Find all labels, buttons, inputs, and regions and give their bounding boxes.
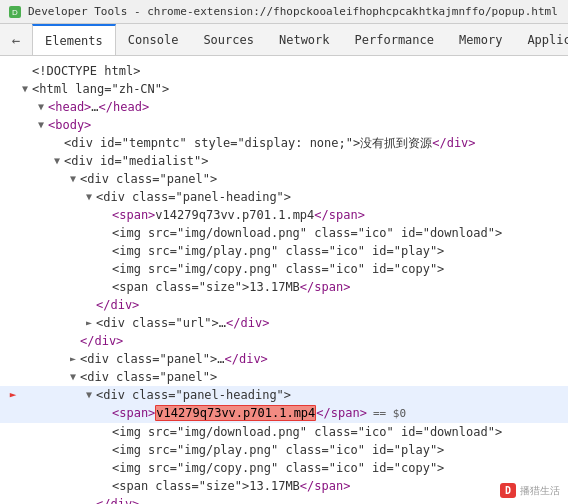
tag-text: <span>	[112, 406, 155, 420]
code-line[interactable]: </div>	[0, 332, 568, 350]
code-line[interactable]: <div class="panel">…</div>	[0, 350, 568, 368]
code-line[interactable]: <span>v14279q73vv.p701.1.mp4</span>== $0	[0, 404, 568, 423]
code-line[interactable]: <div id="medialist">	[0, 152, 568, 170]
code-line[interactable]: </div>	[0, 296, 568, 314]
code-text: <div class="panel">	[80, 369, 217, 385]
line-content: <div class="panel">…</div>	[22, 351, 268, 367]
tab-sources[interactable]: Sources	[191, 24, 267, 55]
tab-performance[interactable]: Performance	[343, 24, 447, 55]
code-line[interactable]: <img src="img/copy.png" class="ico" id="…	[0, 459, 568, 477]
logo-text: 播猎生活	[520, 484, 560, 498]
line-content: <span>v14279q73vv.p701.1.mp4</span>	[22, 207, 365, 223]
line-content: <div class="panel-heading">	[22, 189, 291, 205]
dollar-zero-badge: == $0	[373, 407, 406, 420]
highlighted-text: v14279q73vv.p701.1.mp4	[155, 405, 316, 421]
code-text: <div id="tempntc" style="display: none;"…	[64, 135, 476, 151]
code-text: </div>	[96, 496, 139, 504]
code-text: <img src="img/play.png" class="ico" id="…	[112, 442, 444, 458]
line-content: <img src="img/play.png" class="ico" id="…	[22, 442, 444, 458]
line-content: <img src="img/play.png" class="ico" id="…	[22, 243, 444, 259]
devtools-icon: D	[8, 5, 22, 19]
code-line[interactable]: <body>	[0, 116, 568, 134]
expand-triangle[interactable]	[38, 117, 48, 133]
code-panel[interactable]: <!DOCTYPE html><html lang="zh-CN"><head>…	[0, 56, 568, 504]
tab-memory[interactable]: Memory	[447, 24, 515, 55]
code-text: <div class="panel">	[80, 171, 217, 187]
nav-buttons: ←	[0, 24, 32, 55]
tag-text: </span>	[316, 406, 367, 420]
line-content: <div class="url">…</div>	[22, 315, 269, 331]
arrow-indicator: ►	[10, 387, 17, 403]
line-content: <div class="panel">	[22, 171, 217, 187]
tab-elements[interactable]: Elements	[32, 24, 116, 55]
code-text: <head>…</head>	[48, 99, 149, 115]
code-line[interactable]: <img src="img/play.png" class="ico" id="…	[0, 441, 568, 459]
expand-triangle[interactable]	[86, 315, 96, 331]
code-line[interactable]: <div id="tempntc" style="display: none;"…	[0, 134, 568, 152]
line-content: <span class="size">13.17MB</span>	[22, 478, 350, 494]
code-text: <img src="img/download.png" class="ico" …	[112, 225, 502, 241]
code-text: <div id="medialist">	[64, 153, 209, 169]
line-content: <img src="img/copy.png" class="ico" id="…	[22, 261, 444, 277]
code-text: </div>	[80, 333, 123, 349]
code-line[interactable]: <span class="size">13.17MB</span>	[0, 278, 568, 296]
code-text: <span class="size">13.17MB</span>	[112, 478, 350, 494]
code-line[interactable]: <img src="img/download.png" class="ico" …	[0, 224, 568, 242]
line-content: <img src="img/download.png" class="ico" …	[22, 225, 502, 241]
code-line[interactable]: <div class="url">…</div>	[0, 314, 568, 332]
code-text: <!DOCTYPE html>	[32, 63, 140, 79]
line-content: </div>	[22, 297, 139, 313]
line-content: </div>	[22, 333, 123, 349]
tab-network[interactable]: Network	[267, 24, 343, 55]
svg-text:D: D	[12, 8, 18, 17]
line-content: <img src="img/download.png" class="ico" …	[22, 424, 502, 440]
code-line[interactable]: <span>v14279q73vv.p701.1.mp4</span>	[0, 206, 568, 224]
code-text: <img src="img/copy.png" class="ico" id="…	[112, 261, 444, 277]
line-content: <head>…</head>	[22, 99, 149, 115]
expand-triangle[interactable]	[70, 171, 80, 187]
expand-triangle[interactable]	[70, 369, 80, 385]
code-line[interactable]: <html lang="zh-CN">	[0, 80, 568, 98]
code-line[interactable]: <img src="img/copy.png" class="ico" id="…	[0, 260, 568, 278]
bottom-logo: D播猎生活	[500, 483, 560, 498]
code-line[interactable]: </div>	[0, 495, 568, 504]
tab-application[interactable]: Application	[515, 24, 568, 55]
line-content: <span>v14279q73vv.p701.1.mp4</span>== $0	[22, 405, 406, 422]
expand-triangle[interactable]	[86, 189, 96, 205]
expand-triangle[interactable]	[54, 153, 64, 169]
line-content: <body>	[22, 117, 91, 133]
code-text: <img src="img/play.png" class="ico" id="…	[112, 243, 444, 259]
line-content: <div class="panel">	[22, 369, 217, 385]
code-text: <body>	[48, 117, 91, 133]
code-text: </div>	[96, 297, 139, 313]
code-text: <html lang="zh-CN">	[32, 81, 169, 97]
expand-triangle[interactable]	[86, 387, 96, 403]
code-line[interactable]: ►<div class="panel-heading">	[0, 386, 568, 404]
code-line[interactable]: <div class="panel">	[0, 368, 568, 386]
code-line[interactable]: <div class="panel-heading">	[0, 188, 568, 206]
code-line[interactable]: <head>…</head>	[0, 98, 568, 116]
title-text: Developer Tools - chrome-extension://fho…	[28, 5, 558, 18]
code-text: <div class="panel">…</div>	[80, 351, 268, 367]
code-line[interactable]: <img src="img/play.png" class="ico" id="…	[0, 242, 568, 260]
code-line[interactable]: <img src="img/download.png" class="ico" …	[0, 423, 568, 441]
code-text: <img src="img/copy.png" class="ico" id="…	[112, 460, 444, 476]
code-text: <div class="panel-heading">	[96, 189, 291, 205]
line-content: <!DOCTYPE html>	[22, 63, 140, 79]
back-button[interactable]: ←	[6, 30, 26, 50]
code-line[interactable]: <div class="panel">	[0, 170, 568, 188]
code-line[interactable]: <!DOCTYPE html>	[0, 62, 568, 80]
logo-badge: D	[500, 483, 516, 498]
code-text: <img src="img/download.png" class="ico" …	[112, 424, 502, 440]
expand-triangle[interactable]	[38, 99, 48, 115]
code-text: <span class="size">13.17MB</span>	[112, 279, 350, 295]
line-content: <span class="size">13.17MB</span>	[22, 279, 350, 295]
expand-triangle[interactable]	[70, 351, 80, 367]
title-bar: D Developer Tools - chrome-extension://f…	[0, 0, 568, 24]
code-text: <div class="panel-heading">	[96, 387, 291, 403]
code-line[interactable]: <span class="size">13.17MB</span>	[0, 477, 568, 495]
line-content: <div id="tempntc" style="display: none;"…	[22, 135, 476, 151]
devtools-tabs: ← Elements Console Sources Network Perfo…	[0, 24, 568, 56]
expand-triangle[interactable]	[22, 81, 32, 97]
tab-console[interactable]: Console	[116, 24, 192, 55]
